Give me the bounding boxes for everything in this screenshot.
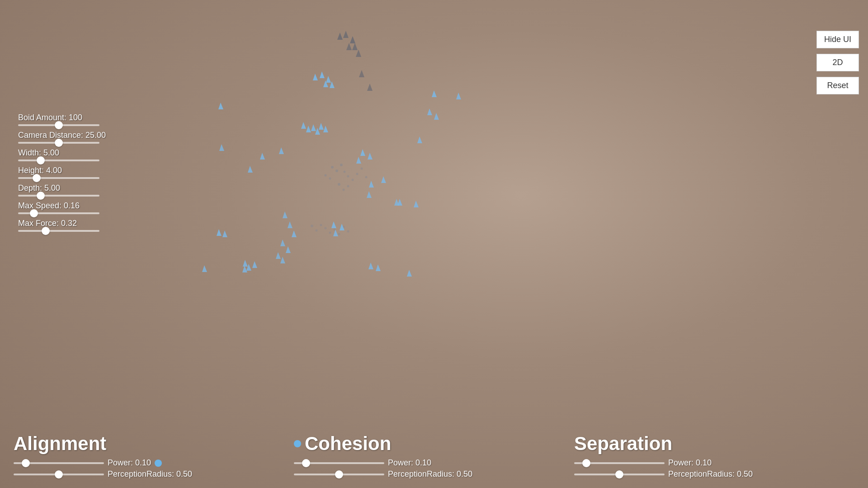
cohesion-title-text: Cohesion: [305, 433, 391, 455]
cohesion-power-label: Power: 0.10: [388, 458, 431, 468]
height-slider[interactable]: [18, 177, 99, 179]
camera-distance-control: [18, 142, 118, 144]
hide-ui-button[interactable]: Hide UI: [816, 31, 859, 48]
cohesion-title: Cohesion: [294, 433, 574, 455]
width-control: [18, 160, 118, 161]
alignment-section: Alignment Power: 0.10 PerceptionRadius: …: [14, 433, 294, 479]
max-force-slider[interactable]: [18, 230, 99, 232]
alignment-perception-row: PerceptionRadius: 0.50: [14, 469, 294, 479]
depth-slider[interactable]: [18, 195, 99, 197]
alignment-power-label: Power: 0.10: [108, 458, 151, 468]
cohesion-perception-slider[interactable]: [294, 474, 384, 475]
boid-amount-slider[interactable]: [18, 124, 99, 126]
cohesion-perception-label: PerceptionRadius: 0.50: [388, 469, 472, 479]
separation-perception-slider[interactable]: [574, 474, 665, 475]
cohesion-power-slider[interactable]: [294, 462, 384, 464]
height-control: [18, 177, 118, 179]
alignment-perception-label: PerceptionRadius: 0.50: [108, 469, 192, 479]
separation-perception-label: PerceptionRadius: 0.50: [668, 469, 753, 479]
alignment-dot: [155, 460, 162, 467]
boid-amount-control: [18, 124, 118, 126]
separation-section: Separation Power: 0.10 PerceptionRadius:…: [574, 433, 854, 479]
alignment-power-row: Power: 0.10: [14, 458, 294, 468]
alignment-title: Alignment: [14, 433, 294, 455]
top-right-buttons: Hide UI 2D Reset: [816, 31, 859, 94]
max-force-control: [18, 230, 118, 232]
scene-background: [0, 0, 868, 488]
separation-perception-row: PerceptionRadius: 0.50: [574, 469, 854, 479]
toggle-2d-button[interactable]: 2D: [816, 54, 859, 71]
cohesion-perception-row: PerceptionRadius: 0.50: [294, 469, 574, 479]
cohesion-section: Cohesion Power: 0.10 PerceptionRadius: 0…: [294, 433, 574, 479]
separation-power-row: Power: 0.10: [574, 458, 854, 468]
cohesion-dot: [294, 440, 301, 447]
separation-power-slider[interactable]: [574, 462, 665, 464]
alignment-power-slider[interactable]: [14, 462, 104, 464]
cohesion-power-row: Power: 0.10: [294, 458, 574, 468]
reset-button[interactable]: Reset: [816, 77, 859, 94]
alignment-title-text: Alignment: [14, 433, 106, 455]
separation-title: Separation: [574, 433, 854, 455]
max-speed-control: [18, 212, 118, 214]
camera-distance-slider[interactable]: [18, 142, 99, 144]
max-speed-slider[interactable]: [18, 212, 99, 214]
left-panel: Boid Amount: 100 Camera Distance: 25.00 …: [18, 113, 118, 235]
width-slider[interactable]: [18, 160, 99, 161]
alignment-perception-slider[interactable]: [14, 474, 104, 475]
separation-power-label: Power: 0.10: [668, 458, 712, 468]
bottom-panel: Alignment Power: 0.10 PerceptionRadius: …: [0, 433, 868, 479]
separation-title-text: Separation: [574, 433, 672, 455]
depth-control: [18, 195, 118, 197]
